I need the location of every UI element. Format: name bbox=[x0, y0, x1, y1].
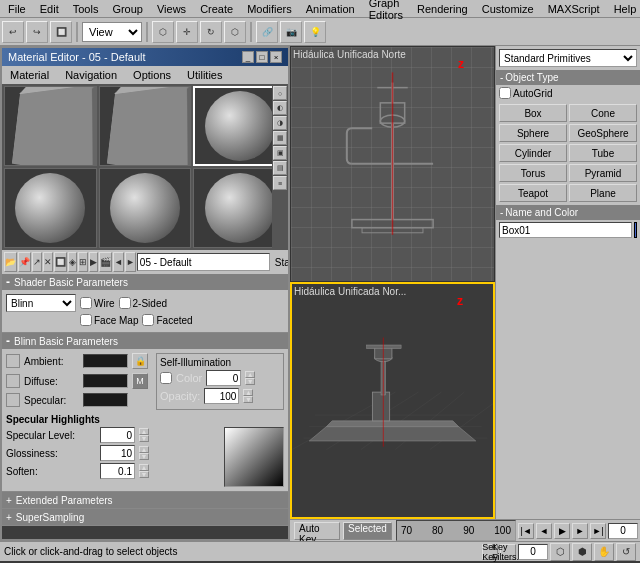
diffuse-swatch[interactable] bbox=[83, 374, 128, 388]
timeline-track[interactable]: 70 80 90 100 bbox=[396, 520, 516, 541]
frame-input[interactable] bbox=[608, 523, 638, 539]
obj-cone[interactable]: Cone bbox=[569, 104, 637, 122]
faceted-checkbox[interactable] bbox=[142, 314, 154, 326]
toolbar-rotate[interactable]: ↻ bbox=[200, 21, 222, 43]
key-filters-btn[interactable]: Key Filters... bbox=[500, 544, 516, 560]
play-btn[interactable]: ▶ bbox=[554, 523, 570, 539]
get-material[interactable]: 📂 bbox=[4, 252, 17, 272]
make-preview[interactable]: 🎬 bbox=[99, 252, 112, 272]
menu-customize[interactable]: Customize bbox=[476, 0, 540, 17]
icon-highlight[interactable]: ◑ bbox=[273, 116, 287, 130]
object-color-swatch[interactable] bbox=[634, 222, 637, 238]
mat-nav-fwd[interactable]: ► bbox=[125, 252, 136, 272]
sphere-2[interactable] bbox=[99, 86, 192, 166]
shader-rollout-header[interactable]: - Shader Basic Parameters bbox=[2, 274, 288, 290]
assign-material[interactable]: ↗ bbox=[32, 252, 42, 272]
toolbar-btn-link[interactable]: 🔗 bbox=[256, 21, 278, 43]
ambient-lock[interactable]: 🔒 bbox=[132, 353, 148, 369]
name-color-header[interactable]: - Name and Color bbox=[496, 205, 640, 220]
view-dropdown[interactable]: View bbox=[82, 22, 142, 42]
specular-swatch[interactable] bbox=[83, 393, 128, 407]
wire-checkbox[interactable] bbox=[80, 297, 92, 309]
obj-plane[interactable]: Plane bbox=[569, 184, 637, 202]
opacity-input[interactable] bbox=[204, 388, 239, 404]
minimize-btn[interactable]: _ bbox=[242, 51, 254, 63]
soften-input[interactable] bbox=[100, 463, 135, 479]
menu-graph-editors[interactable]: Graph Editors bbox=[363, 0, 409, 17]
blinn-rollout-header[interactable]: - Blinn Basic Parameters bbox=[2, 333, 288, 349]
icon-options[interactable]: ≡ bbox=[273, 176, 287, 190]
autogrid-checkbox[interactable] bbox=[499, 87, 511, 99]
obj-torus[interactable]: Torus bbox=[499, 164, 567, 182]
obj-cylinder[interactable]: Cylinder bbox=[499, 144, 567, 162]
glossiness-down[interactable]: ▼ bbox=[139, 453, 149, 460]
twosided-checkbox[interactable] bbox=[119, 297, 131, 309]
glossiness-input[interactable] bbox=[100, 445, 135, 461]
menu-rendering[interactable]: Rendering bbox=[411, 0, 474, 17]
autokey-btn[interactable]: Auto Key bbox=[294, 522, 340, 540]
glossiness-up[interactable]: ▲ bbox=[139, 446, 149, 453]
ambient-swatch[interactable] bbox=[83, 354, 128, 368]
toolbar-btn-light[interactable]: 💡 bbox=[304, 21, 326, 43]
toolbar-btn-camera[interactable]: 📷 bbox=[280, 21, 302, 43]
selected-btn[interactable]: Selected bbox=[343, 522, 392, 540]
video-color[interactable]: ▶ bbox=[89, 252, 98, 272]
icon-checker[interactable]: ▦ bbox=[273, 131, 287, 145]
toolbar-move[interactable]: ✛ bbox=[176, 21, 198, 43]
menu-edit[interactable]: Edit bbox=[34, 0, 65, 17]
menu-help[interactable]: Help bbox=[608, 0, 640, 17]
menu-group[interactable]: Group bbox=[106, 0, 149, 17]
obj-pyramid[interactable]: Pyramid bbox=[569, 164, 637, 182]
mat-nav-back[interactable]: ◄ bbox=[113, 252, 124, 272]
toolbar-scale[interactable]: ⬡ bbox=[224, 21, 246, 43]
sphere-1[interactable] bbox=[4, 86, 97, 166]
spec-level-input[interactable] bbox=[100, 427, 135, 443]
diffuse-toggle[interactable] bbox=[6, 374, 20, 388]
color-down[interactable]: ▼ bbox=[245, 378, 255, 385]
color-value-input[interactable] bbox=[206, 370, 241, 386]
close-btn[interactable]: × bbox=[270, 51, 282, 63]
menu-tools[interactable]: Tools bbox=[67, 0, 105, 17]
specular-toggle[interactable] bbox=[6, 393, 20, 407]
top-viewport[interactable]: Hidáulica Unificada Norte z bbox=[290, 46, 495, 282]
next-frame[interactable]: ► bbox=[572, 523, 588, 539]
spec-level-down[interactable]: ▼ bbox=[139, 435, 149, 442]
obj-tube[interactable]: Tube bbox=[569, 144, 637, 162]
menu-create[interactable]: Create bbox=[194, 0, 239, 17]
sphere-5[interactable] bbox=[99, 168, 192, 248]
frame-counter[interactable] bbox=[518, 544, 548, 560]
icon-select[interactable]: ▤ bbox=[273, 161, 287, 175]
obj-sphere[interactable]: Sphere bbox=[499, 124, 567, 142]
ambient-toggle[interactable] bbox=[6, 354, 20, 368]
go-end[interactable]: ►| bbox=[590, 523, 606, 539]
supersampling-rollout-header[interactable]: + SuperSampling bbox=[2, 509, 288, 525]
prev-frame[interactable]: ◄ bbox=[536, 523, 552, 539]
menu-views[interactable]: Views bbox=[151, 0, 192, 17]
obj-geosphere[interactable]: GeoSphere bbox=[569, 124, 637, 142]
menu-animation[interactable]: Animation bbox=[300, 0, 361, 17]
color-checkbox[interactable] bbox=[160, 372, 172, 384]
zoom-extents[interactable]: ⬡ bbox=[550, 543, 570, 561]
put-material[interactable]: 📌 bbox=[18, 252, 31, 272]
mat-menu-options[interactable]: Options bbox=[125, 66, 179, 84]
object-type-header[interactable]: - Object Type bbox=[496, 70, 640, 85]
mat-menu-utilities[interactable]: Utilities bbox=[179, 66, 230, 84]
icon-sample-type[interactable]: ○ bbox=[273, 86, 287, 100]
primitives-dropdown[interactable]: Standard Primitives bbox=[499, 49, 637, 67]
menu-file[interactable]: File bbox=[2, 0, 32, 17]
mat-menu-material[interactable]: Material bbox=[2, 66, 57, 84]
opacity-down[interactable]: ▼ bbox=[243, 396, 253, 403]
persp-viewport[interactable]: Hidáulica Unificada Nor... z bbox=[290, 282, 495, 520]
sample-uv[interactable]: ⊞ bbox=[78, 252, 88, 272]
mat-menu-navigation[interactable]: Navigation bbox=[57, 66, 125, 84]
mat-name-input[interactable] bbox=[137, 253, 270, 271]
obj-teapot[interactable]: Teapot bbox=[499, 184, 567, 202]
go-start[interactable]: |◄ bbox=[518, 523, 534, 539]
extended-rollout-header[interactable]: + Extended Parameters bbox=[2, 492, 288, 508]
toolbar-btn-3[interactable]: 🔲 bbox=[50, 21, 72, 43]
maximize-btn[interactable]: □ bbox=[256, 51, 268, 63]
arc-rotate[interactable]: ↺ bbox=[616, 543, 636, 561]
toolbar-select[interactable]: ⬡ bbox=[152, 21, 174, 43]
menu-maxscript[interactable]: MAXScript bbox=[542, 0, 606, 17]
sphere-4[interactable] bbox=[4, 168, 97, 248]
